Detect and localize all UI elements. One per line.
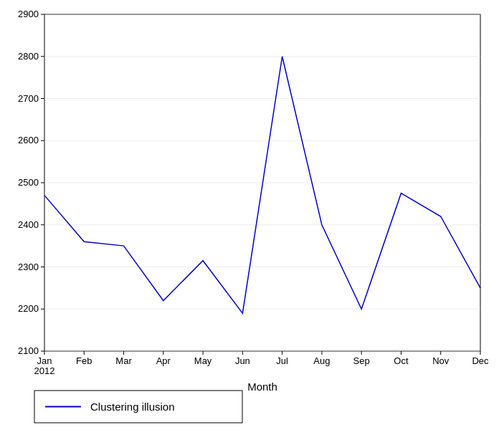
- svg-text:2400: 2400: [18, 219, 39, 230]
- svg-text:Month: Month: [247, 381, 277, 393]
- svg-text:2012: 2012: [34, 365, 55, 376]
- svg-text:Feb: Feb: [76, 355, 92, 366]
- svg-text:2300: 2300: [18, 262, 39, 272]
- svg-text:2900: 2900: [18, 9, 39, 19]
- svg-text:Jan: Jan: [37, 355, 52, 366]
- svg-text:2100: 2100: [18, 345, 39, 356]
- svg-text:2500: 2500: [18, 177, 39, 188]
- svg-text:Dec: Dec: [472, 355, 489, 366]
- svg-text:Oct: Oct: [394, 355, 409, 366]
- svg-text:Jul: Jul: [276, 355, 288, 366]
- svg-text:2600: 2600: [18, 135, 39, 145]
- svg-text:Apr: Apr: [156, 355, 171, 366]
- svg-text:2700: 2700: [18, 93, 39, 104]
- svg-text:May: May: [194, 355, 212, 366]
- svg-text:Clustering illusion: Clustering illusion: [90, 401, 175, 413]
- line-chart: (function() { const data = JSON.parse(do…: [0, 0, 504, 445]
- svg-text:2200: 2200: [18, 303, 39, 314]
- chart-container: (function() { const data = JSON.parse(do…: [0, 0, 504, 445]
- svg-text:Jun: Jun: [235, 355, 250, 366]
- svg-text:Aug: Aug: [313, 355, 330, 366]
- svg-text:Mar: Mar: [115, 355, 132, 366]
- svg-text:2800: 2800: [18, 51, 39, 62]
- svg-text:Nov: Nov: [432, 355, 450, 366]
- svg-text:Sep: Sep: [353, 355, 370, 366]
